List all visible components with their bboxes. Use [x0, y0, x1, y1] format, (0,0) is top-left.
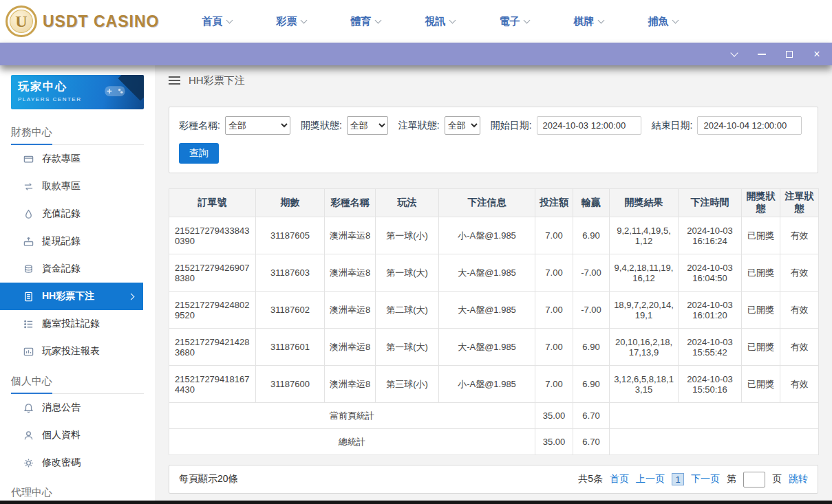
cell-lottery-name: 澳洲幸运8 [325, 292, 376, 329]
cell-win-loss: 6.90 [573, 217, 610, 254]
col-header-draw-status: 開獎狀態 [742, 189, 780, 217]
hall-records-list-icon [23, 319, 34, 329]
search-button[interactable]: 查詢 [179, 143, 219, 164]
summary-row-page: 當前頁統計 35.00 6.70 [169, 403, 819, 429]
minimize-icon[interactable] [756, 49, 767, 60]
sidebar-item-label: 取款專區 [42, 180, 81, 193]
prev-page-link[interactable]: 上一页 [636, 473, 665, 485]
cell-bet-info: 大-A盤@1.985 [439, 292, 535, 329]
sidebar-item-label: 充值記錄 [42, 208, 81, 220]
cell-bet-amount: 7.00 [535, 292, 573, 329]
page-jump-input[interactable] [743, 472, 765, 487]
total-summary-amount: 35.00 [535, 429, 573, 455]
cell-issue: 31187605 [256, 217, 325, 254]
nav-item-slots[interactable]: 電子 [499, 15, 529, 28]
maximize-icon[interactable] [784, 49, 795, 60]
nav-label: 棋牌 [573, 15, 594, 28]
nav-item-sports[interactable]: 體育 [350, 15, 381, 28]
sidebar-item-hh-lottery-bets[interactable]: HH彩票下注 [0, 283, 143, 310]
nav-item-board-games[interactable]: 棋牌 [573, 15, 604, 28]
sidebar-item-funds-records[interactable]: 資金記錄 [0, 255, 155, 283]
sidebar-item-profile[interactable]: 個人資料 [0, 421, 155, 449]
sidebar-item-label: 修改密碼 [42, 457, 81, 469]
cell-bet-amount: 7.00 [535, 366, 573, 403]
sidebar-item-player-bet-report[interactable]: 玩家投注報表 [0, 338, 155, 365]
draw-status-select[interactable]: 全部 [347, 116, 388, 135]
lottery-ticket-icon [23, 292, 34, 302]
end-date-input[interactable] [697, 116, 802, 135]
cell-draw-result: 9,4,2,18,11,19,16,12 [610, 254, 679, 292]
top-header: U USDT CASINO 首頁 彩票 體育 視訊 電子 [0, 0, 832, 43]
lottery-name-select[interactable]: 全部 [225, 116, 290, 135]
end-date-label: 結束日期: [652, 120, 693, 132]
cell-lottery-name: 澳洲幸运8 [325, 217, 376, 254]
sidebar: 玩家中心 PLAYERS CENTER 財務中心 [0, 65, 155, 504]
sidebar-item-label: HH彩票下注 [42, 290, 94, 303]
cell-order-status: 有效 [780, 254, 819, 292]
summary-row-total: 總統計 35.00 6.70 [169, 429, 819, 455]
window-bottom-edge [0, 501, 832, 504]
start-date-label: 開始日期: [491, 120, 532, 132]
bet-report-icon [23, 347, 34, 357]
page-summary-amount: 35.00 [535, 403, 573, 429]
cell-issue: 31187603 [256, 254, 325, 292]
order-status-label: 注單狀態: [398, 120, 440, 132]
logo-text: USDT CASINO [43, 12, 159, 31]
total-count-text: 共5条 [578, 473, 603, 485]
cell-draw-status: 已開獎 [742, 292, 780, 329]
chevron-down-icon [375, 17, 382, 24]
cell-order-status: 有效 [780, 292, 819, 329]
table-summary: 當前頁統計 35.00 6.70 總統計 35.00 6.70 [169, 403, 819, 455]
col-header-bet-info: 下注信息 [439, 189, 535, 217]
start-date-input[interactable] [537, 116, 641, 135]
breadcrumb: HH彩票下注 [169, 65, 818, 96]
section-title-personal: 個人中心 [0, 365, 155, 394]
cell-win-loss: 6.90 [573, 329, 610, 366]
sidebar-item-cashout-records[interactable]: 提現記錄 [0, 228, 155, 255]
current-page-badge[interactable]: 1 [672, 473, 684, 485]
sidebar-item-hall-bet-records[interactable]: 廳室投註記錄 [0, 310, 155, 338]
nav-item-lottery[interactable]: 彩票 [276, 15, 306, 28]
gear-icon [23, 458, 34, 468]
sidebar-item-recharge-records[interactable]: 充值記錄 [0, 200, 155, 228]
cell-draw-status: 已開獎 [742, 366, 780, 403]
hamburger-menu-icon[interactable] [169, 74, 180, 87]
lottery-name-label: 彩種名稱: [179, 120, 220, 132]
jump-button[interactable]: 跳转 [789, 473, 808, 485]
next-page-link[interactable]: 下一页 [691, 473, 720, 485]
sidebar-item-label: 消息公告 [42, 402, 81, 414]
chevron-down-icon [672, 17, 679, 24]
order-status-select[interactable]: 全部 [445, 116, 480, 135]
nav-item-home[interactable]: 首頁 [202, 15, 232, 28]
jump-prefix-text: 第 [727, 473, 736, 485]
first-page-link[interactable]: 首页 [610, 473, 629, 485]
pagination-bar: 每頁顯示20條 共5条 首页 上一页 1 下一页 第 页 跳转 [169, 465, 818, 494]
sidebar-item-withdraw[interactable]: 取款專區 [0, 173, 155, 200]
sidebar-item-announcements[interactable]: 消息公告 [0, 394, 155, 421]
section-title-agent: 代理中心 [0, 476, 155, 504]
sidebar-item-label: 玩家投注報表 [42, 345, 100, 358]
sidebar-item-change-password[interactable]: 修改密碼 [0, 449, 155, 476]
cell-order-status: 有效 [780, 366, 819, 403]
cell-draw-status: 已開獎 [742, 217, 780, 254]
cell-lottery-name: 澳洲幸运8 [325, 254, 376, 292]
logo[interactable]: U USDT CASINO [0, 6, 159, 37]
main-content: HH彩票下注 彩種名稱: 全部 開獎狀態: 全部 注單狀態: 全部 [155, 65, 832, 504]
cell-bet-info: 小-A盤@1.985 [439, 217, 535, 254]
nav-item-live-video[interactable]: 視訊 [425, 15, 455, 28]
chevron-down-icon [598, 17, 605, 24]
sidebar-item-label: 個人資料 [42, 429, 81, 441]
logo-letter: U [15, 12, 27, 31]
nav-label: 電子 [499, 15, 520, 28]
gamepad-icon [104, 83, 126, 101]
cell-order-status: 有效 [780, 217, 819, 254]
cell-order-no: 2152172794214283680 [169, 329, 256, 366]
recharge-droplet-icon [23, 209, 34, 219]
nav-item-fishing[interactable]: 捕魚 [648, 15, 678, 28]
close-icon[interactable]: × [811, 49, 822, 60]
table-row: 2152172794214283680 31187601 澳洲幸运8 第一球(大… [169, 329, 819, 366]
nav-label: 捕魚 [648, 15, 668, 28]
chevron-down-icon[interactable] [729, 49, 740, 60]
sidebar-item-label: 資金記錄 [42, 263, 81, 275]
sidebar-item-deposit[interactable]: 存款專區 [0, 145, 155, 173]
